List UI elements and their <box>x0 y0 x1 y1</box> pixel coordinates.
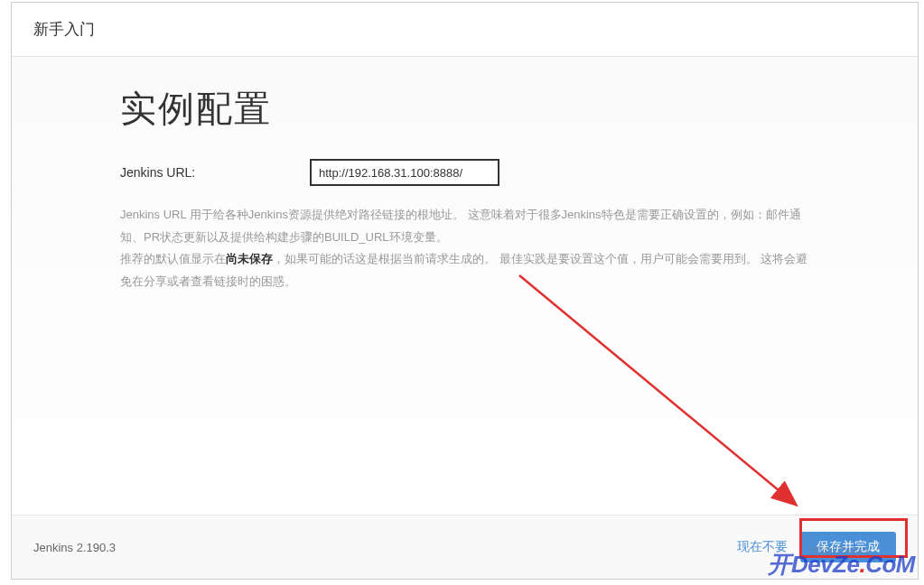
description-paragraph-1: Jenkins URL 用于给各种Jenkins资源提供绝对路径链接的根地址。 … <box>120 204 809 248</box>
footer-version: Jenkins 2.190.3 <box>33 541 116 554</box>
save-and-finish-button[interactable]: 保存并完成 <box>800 532 896 562</box>
setup-wizard-modal: 新手入门 实例配置 Jenkins URL: Jenkins URL 用于给各种… <box>11 2 919 580</box>
skip-button[interactable]: 现在不要 <box>737 539 788 555</box>
footer-actions: 现在不要 保存并完成 <box>737 532 896 562</box>
description-text: Jenkins URL 用于给各种Jenkins资源提供绝对路径链接的根地址。 … <box>120 204 809 293</box>
modal-header-title: 新手入门 <box>33 19 896 40</box>
page-title: 实例配置 <box>120 84 809 134</box>
modal-body: 实例配置 Jenkins URL: Jenkins URL 用于给各种Jenki… <box>12 57 918 515</box>
modal-footer: Jenkins 2.190.3 现在不要 保存并完成 <box>12 515 918 579</box>
modal-header: 新手入门 <box>12 3 918 57</box>
jenkins-url-label: Jenkins URL: <box>120 165 310 180</box>
jenkins-url-input[interactable] <box>310 159 499 186</box>
description-paragraph-2: 推荐的默认值显示在尚未保存，如果可能的话这是根据当前请求生成的。 最佳实践是要设… <box>120 248 809 292</box>
jenkins-url-row: Jenkins URL: <box>120 159 809 186</box>
desc-p2-prefix: 推荐的默认值显示在 <box>120 252 226 265</box>
desc-p2-strong: 尚未保存 <box>226 252 273 265</box>
